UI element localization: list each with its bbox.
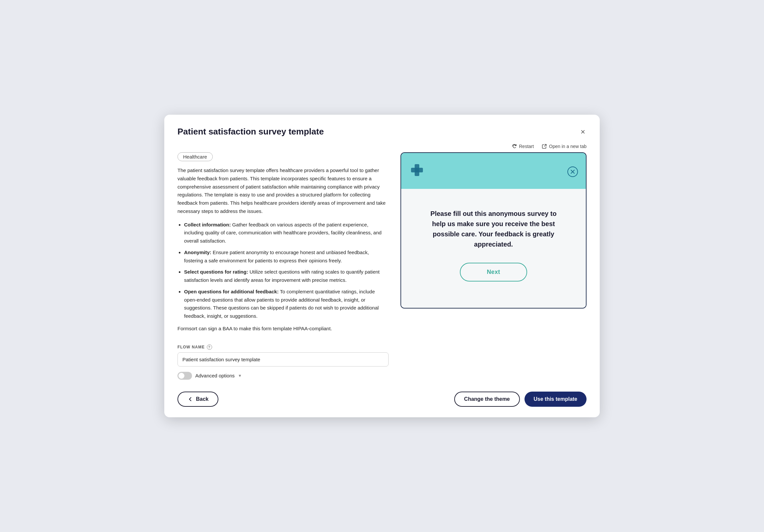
modal-header: Patient satisfaction survey template × [177,127,587,137]
arrow-left-icon [187,396,193,402]
list-item: Open questions for additional feedback: … [184,288,389,321]
modal: Patient satisfaction survey template × R… [164,115,600,417]
help-icon: ? [207,344,212,350]
feature-title-3: Select questions for rating: [184,269,248,275]
list-item: Anonymity: Ensure patient anonymity to e… [184,248,389,265]
preview-body: Please fill out this anonymous survey to… [401,189,586,308]
change-theme-button[interactable]: Change the theme [454,392,520,407]
health-cross-icon [409,162,425,181]
modal-body: Healthcare The patient satisfaction surv… [177,152,587,380]
restart-label: Restart [519,144,534,149]
advanced-label: Advanced options [195,373,235,378]
use-template-button[interactable]: Use this template [524,392,587,407]
modal-footer: Back Change the theme Use this template [177,389,587,407]
list-item: Select questions for rating: Utilize sel… [184,268,389,285]
modal-title: Patient satisfaction survey template [177,127,324,137]
new-tab-label: Open in a new tab [549,144,587,149]
close-button[interactable]: × [579,127,587,137]
svg-rect-1 [411,168,423,172]
restart-icon [512,144,517,149]
chevron-down-icon: ▼ [238,373,242,378]
list-item: Collect information: Gather feedback on … [184,221,389,245]
left-panel: Healthcare The patient satisfaction surv… [177,152,389,380]
feature-title-4: Open questions for additional feedback: [184,289,279,294]
advanced-options: Advanced options ▼ [177,372,389,380]
flow-name-label: FLOW NAME ? [177,344,389,350]
preview-close-icon [567,167,578,177]
new-tab-icon [542,144,547,149]
feature-title-2: Anonymity: [184,249,211,255]
next-button[interactable]: Next [460,263,527,282]
preview-header [401,153,586,189]
feature-text-2: Ensure patient anonymity to encourage ho… [184,249,369,263]
features-list: Collect information: Gather feedback on … [177,221,389,321]
feature-title-1: Collect information: [184,222,231,227]
survey-intro-text: Please fill out this anonymous survey to… [428,209,559,249]
top-controls: Restart Open in a new tab [177,144,587,149]
advanced-toggle[interactable] [177,372,192,380]
back-button[interactable]: Back [177,392,218,407]
restart-button[interactable]: Restart [512,144,534,149]
new-tab-button[interactable]: Open in a new tab [542,144,587,149]
right-panel: Please fill out this anonymous survey to… [401,152,587,380]
preview-frame: Please fill out this anonymous survey to… [401,152,587,309]
hipaa-note: Formsort can sign a BAA to make this for… [177,326,389,331]
flow-name-input[interactable] [177,352,389,366]
healthcare-tag: Healthcare [177,152,213,161]
footer-right: Change the theme Use this template [454,392,587,407]
description-text: The patient satisfaction survey template… [177,167,389,215]
flow-name-section: FLOW NAME ? [177,344,389,366]
